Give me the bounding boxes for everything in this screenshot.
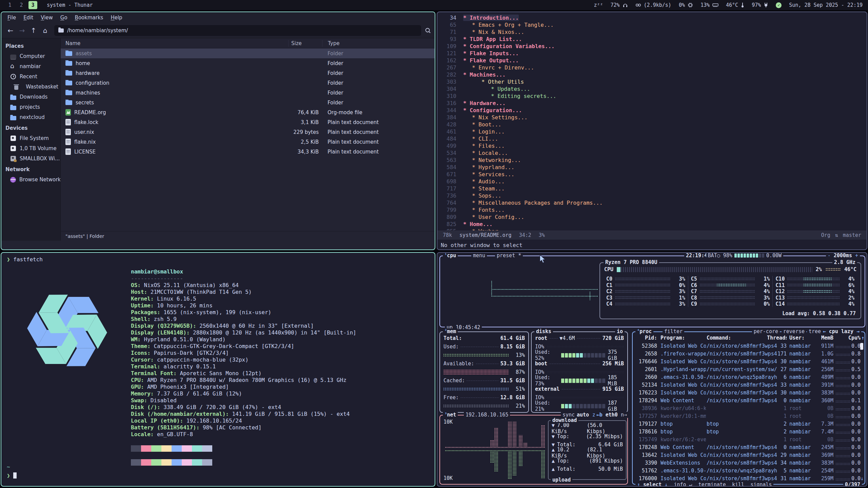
forward-button[interactable]: → <box>16 26 28 35</box>
process-row[interactable]: 2660.emacs-31.0.50-/nix/store/wnqz5pa8ra… <box>633 374 865 382</box>
file-row[interactable]: secretsFolder <box>61 98 435 107</box>
net-box-tab[interactable]: ³net <box>443 412 458 418</box>
shell-prompt[interactable]: ❯ <box>7 472 17 479</box>
desktop: 123 system - Thunar zᶻᶻ 72% (2.9kb/s) 0%… <box>0 0 868 488</box>
process-row[interactable]: 3390WebExtensions/nix/store/sm8fmrf3wps4… <box>633 460 865 468</box>
org-heading-line: 310* Editing secrets... <box>437 93 867 100</box>
menu-help[interactable]: Help <box>107 13 125 22</box>
menu-file[interactable]: File <box>4 13 19 22</box>
thunar-statusbar: "assets" | Folder <box>61 231 435 241</box>
path-field[interactable]: /home/nambiar/system/ <box>54 25 421 36</box>
cpu-box: ¹cpu menu preset * 22:19:44 BAT○ 98%0.00… <box>439 256 865 327</box>
process-row[interactable]: 176223Isolated Web Co/nix/store/sm8fmrf3… <box>633 390 865 398</box>
file-row[interactable]: LICENSE34,3 KiBPlain text document <box>61 147 435 157</box>
menu-go[interactable]: Go <box>57 13 71 22</box>
upload-label: upload <box>551 477 572 483</box>
process-row[interactable]: 177257kworker/10:1-mm_1root0B0.0 <box>633 413 865 421</box>
menu-bookmarks[interactable]: Bookmarks <box>72 13 107 22</box>
process-row[interactable]: 2658.firefox-wrappe/nix/store/sm8fmrf3wp… <box>633 351 865 359</box>
file-row[interactable]: configurationFolder <box>61 78 435 88</box>
file-row[interactable]: assetsFolder <box>61 48 435 58</box>
check-icon: ✓ <box>776 2 782 8</box>
proc-scrollbar[interactable] <box>860 343 863 350</box>
process-row[interactable]: 178248Web Content/nix/store/sm8fmrf3wps4… <box>633 444 865 452</box>
battery-status: BAT○ 98%0.00W <box>706 252 783 259</box>
file-row[interactable]: hardwareFolder <box>61 68 435 78</box>
menu-edit[interactable]: Edit <box>20 13 37 22</box>
sidebar-item-projects[interactable]: projects <box>1 102 60 112</box>
search-icon[interactable] <box>425 27 431 34</box>
sidebar-item-wastebasket[interactable]: Wastebasket <box>1 82 60 92</box>
file-row[interactable]: flake.nix2,5 KiBPlain text document <box>61 137 435 147</box>
palette-swatch <box>202 459 212 466</box>
org-heading-line: 121* Flake Inputs... <box>437 50 867 57</box>
sort-selector[interactable]: ← cpu lazy → <box>821 328 861 334</box>
process-row[interactable]: 52368Isolated Web Co/nix/store/sm8fmrf3w… <box>633 343 865 351</box>
org-heading-line: 499* Files... <box>437 142 867 149</box>
org-heading-line: 162* Flake Output... <box>437 57 867 64</box>
file-row[interactable]: user.nix229 bytesPlain text document <box>61 127 435 137</box>
echo-area: No other window to select <box>441 242 522 248</box>
file-row[interactable]: README.org76,4 KiBOrg-mode file <box>61 107 435 117</box>
fetch-line: Theme: Catppuccin-GTK-Grey-Dark-Compact … <box>131 343 356 350</box>
process-row[interactable]: 2601.Hyprland-wrapp/run/current-system/s… <box>633 366 865 374</box>
process-row[interactable]: 38936kworker/u64:6-kc1root0B0.0 <box>633 405 865 413</box>
cpu-module: 0% <box>679 2 693 8</box>
sidebar-item-downloads[interactable]: Downloads <box>1 92 60 102</box>
menu-view[interactable]: View <box>37 13 56 22</box>
workspaces: 123 <box>5 1 40 9</box>
update-interval[interactable]: - 2000ms + <box>826 252 860 259</box>
process-row[interactable]: 176646Isolated Web Co/nix/store/sm8fmrf3… <box>633 359 865 366</box>
sidebar-item-nextcloud[interactable]: nextcloud <box>1 112 60 122</box>
io-toggle[interactable]: io <box>615 328 625 334</box>
per-core-toggle[interactable]: per-core <box>752 328 780 334</box>
tree-toggle[interactable]: tree <box>807 328 823 334</box>
process-row[interactable]: 179127btopbtop2nambiar7.3M0.0 <box>633 421 865 429</box>
battery-meter <box>734 253 764 258</box>
process-row[interactable]: 178616btopbtop2nambiar7.4M0.0 <box>633 429 865 436</box>
git-branch: master <box>843 232 861 238</box>
proc-header[interactable]: Pid: Program: Command: Threads: User: Me… <box>633 335 865 342</box>
file-row[interactable]: homeFolder <box>61 58 435 68</box>
trash-icon <box>14 85 18 90</box>
fetch-line: Packages: 1655 (nix-system), 199 (nix-us… <box>131 309 356 316</box>
cpu-box-tab[interactable]: ¹cpu <box>443 252 458 259</box>
reverse-toggle[interactable]: reverse <box>782 328 806 334</box>
up-button[interactable]: ↑ <box>28 26 39 35</box>
sidebar-item-1-0-tb-volume[interactable]: 1,0 TB Volume <box>1 143 60 154</box>
sidebar-item-file-system[interactable]: File System <box>1 133 60 143</box>
back-button[interactable]: ← <box>5 26 16 35</box>
list-header[interactable]: Name Size Type <box>61 38 435 48</box>
sidebar-item-recent[interactable]: Recent <box>1 72 60 82</box>
process-row[interactable]: 178294Web Content/nix/store/sm8fmrf3wps4… <box>633 398 865 405</box>
proc-box-tab[interactable]: ⁴proc <box>635 328 653 334</box>
cpu-frequency: 2.8 GHz <box>832 259 857 265</box>
sidebar-item-nambiar[interactable]: nambiar <box>1 61 60 72</box>
menu-button[interactable]: menu <box>471 252 487 259</box>
workspace-1[interactable]: 1 <box>5 1 14 9</box>
preset-button[interactable]: preset * <box>495 252 523 259</box>
mem-box-tab[interactable]: ²mem <box>443 328 458 334</box>
column-name: Name <box>61 40 288 46</box>
volume-module: 72% <box>611 2 628 8</box>
file-row[interactable]: flake.lock3,1 KiBPlain text document <box>61 117 435 127</box>
org-buffer[interactable]: 34* Introduction...65* Emacs + Org + Tan… <box>437 14 867 235</box>
org-heading-line: 71* Nix & Nixos... <box>437 28 867 36</box>
filter-button[interactable]: filter <box>663 328 684 334</box>
process-row[interactable]: 52134Isolated Web Co/nix/store/sm8fmrf3w… <box>633 382 865 390</box>
disks-box-tab[interactable]: disks <box>534 328 553 334</box>
workspace-2[interactable]: 2 <box>17 1 26 9</box>
file-row[interactable]: machinesFolder <box>61 88 435 98</box>
net-iface-switch[interactable]: ←b eth0 n→ <box>595 412 629 418</box>
process-row[interactable]: 13642Isolated Web Co/nix/store/sm8fmrf3w… <box>633 452 865 460</box>
sidebar-item-computer[interactable]: Computer <box>1 51 60 61</box>
process-row[interactable]: 51762.emacs-31.0.50-/nix/store/wnqz5pa8r… <box>633 468 865 475</box>
sidebar-item-smallbox-wi-[interactable]: SMALLBOX Wi... <box>1 154 60 164</box>
workspace-3[interactable]: 3 <box>28 1 37 9</box>
proc-footer[interactable]: ↑ select ↓ info ↵ terminate kill signals <box>635 482 773 487</box>
core-row: C90% <box>691 301 770 307</box>
home-button[interactable]: ⌂ <box>39 26 51 35</box>
process-row[interactable]: 175749kworker/6:2-even1root0B0.0 <box>633 436 865 444</box>
link-icon <box>635 3 641 7</box>
sidebar-item-browse-network[interactable]: Browse Network <box>1 175 60 185</box>
